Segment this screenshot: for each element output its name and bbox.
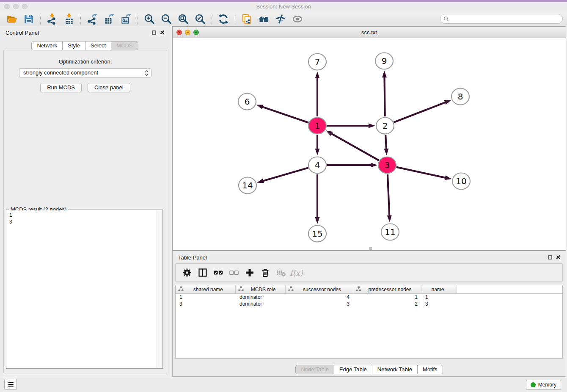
table-panel-tabs: Node TableEdge TableNetwork TableMotifs	[173, 365, 566, 374]
tab-network[interactable]: Network	[31, 41, 63, 50]
table-cell[interactable]: 4	[286, 294, 353, 301]
table-cell[interactable]: dominator	[236, 301, 286, 307]
hide-selected-button[interactable]	[272, 13, 289, 25]
graph-edge-arrowhead	[445, 175, 452, 180]
column-header-successor-nodes[interactable]: successor nodes	[286, 285, 353, 293]
show-column-panel-icon	[198, 268, 208, 278]
tab-edge-table[interactable]: Edge Table	[334, 365, 372, 374]
delete-column-icon	[260, 268, 270, 278]
table-cell[interactable]: 3	[286, 301, 353, 307]
home-button[interactable]	[255, 13, 272, 25]
import-network-icon	[47, 14, 58, 25]
task-history-button[interactable]	[4, 379, 17, 390]
zoom-in-button[interactable]	[141, 13, 158, 25]
close-panel-button[interactable]: Close panel	[88, 83, 130, 92]
network-graph: 1234678910111415	[173, 38, 566, 250]
result-scrollbar[interactable]	[157, 210, 162, 368]
select-all-columns-button[interactable]	[210, 265, 226, 280]
show-all-icon	[292, 14, 303, 25]
splitter-handle[interactable]	[369, 247, 372, 250]
float-panel-icon[interactable]	[152, 30, 156, 35]
control-panel-title: Control Panel	[6, 30, 39, 36]
export-table-icon	[104, 14, 115, 25]
table-row[interactable]: 3dominator323	[176, 301, 562, 307]
graph-edge-2-8[interactable]	[394, 102, 446, 122]
tree-icon	[238, 286, 244, 293]
graph-edge-2-3[interactable]	[385, 135, 386, 150]
duplicate-network-button[interactable]	[238, 13, 255, 25]
table-cell[interactable]: 1	[176, 294, 236, 301]
import-table-button[interactable]	[61, 13, 77, 25]
toolbar-separator	[138, 14, 138, 25]
graph-edge-3-10[interactable]	[396, 167, 446, 178]
deselect-all-columns-icon	[229, 268, 239, 278]
column-header-name[interactable]: name	[421, 285, 457, 293]
column-header-shared-name[interactable]: shared name	[176, 285, 236, 293]
criterion-dropdown[interactable]: strongly connected component	[19, 68, 151, 77]
tab-mcds[interactable]: MCDS	[111, 41, 138, 50]
toolbar-separator	[235, 14, 235, 25]
export-network-button[interactable]	[84, 13, 101, 25]
tab-style[interactable]: Style	[62, 41, 85, 50]
zoom-fit-button[interactable]	[175, 13, 192, 25]
column-header-MCDS-role[interactable]: MCDS role	[236, 285, 286, 293]
zoom-selected-button[interactable]	[192, 13, 209, 25]
network-window-titlebar[interactable]: scc.txt	[173, 27, 566, 38]
show-column-panel-button[interactable]	[195, 265, 210, 280]
table-cell[interactable]: 2	[353, 301, 421, 307]
graph-edge-1-6[interactable]	[261, 107, 308, 123]
graph-edge-arrowhead	[257, 179, 264, 183]
table-cell[interactable]: 1	[421, 294, 457, 301]
graph-edge-3-1[interactable]	[330, 133, 379, 161]
graph-node-label: 10	[456, 176, 466, 186]
memory-button[interactable]: Memory	[526, 380, 561, 390]
tab-node-table[interactable]: Node Table	[295, 365, 334, 374]
float-table-panel-icon[interactable]	[548, 255, 552, 259]
table-cell[interactable]: 3	[176, 301, 236, 307]
tab-network-table[interactable]: Network Table	[372, 365, 418, 374]
search-input[interactable]	[449, 15, 562, 23]
table-settings-button[interactable]	[179, 265, 195, 280]
export-table-button[interactable]	[101, 13, 118, 25]
delete-column-button[interactable]	[257, 265, 273, 280]
chevron-up-down-icon	[144, 70, 149, 79]
import-network-button[interactable]	[44, 13, 61, 25]
graph-edge-2-9[interactable]	[384, 76, 385, 116]
network-canvas[interactable]: 1234678910111415	[173, 38, 566, 250]
graph-node-label: 6	[245, 97, 250, 107]
tab-motifs[interactable]: Motifs	[417, 365, 443, 374]
graph-node-label: 4	[315, 160, 320, 170]
window-titlebar: Session: New Session	[0, 2, 567, 12]
export-image-button[interactable]	[118, 13, 135, 25]
graph-edge-arrowhead	[315, 149, 320, 155]
save-session-button[interactable]	[20, 13, 37, 25]
deselect-all-columns-button[interactable]	[226, 265, 242, 280]
tab-select[interactable]: Select	[85, 41, 111, 50]
save-session-icon	[23, 14, 34, 25]
refresh-icon	[218, 14, 229, 25]
show-all-button[interactable]	[289, 13, 306, 25]
zoom-out-button[interactable]	[158, 13, 175, 25]
table-cell[interactable]: dominator	[236, 294, 286, 301]
column-header-label: MCDS role	[244, 287, 285, 293]
graph-edge-3-11[interactable]	[388, 174, 389, 217]
graph-edge-4-14[interactable]	[262, 168, 308, 181]
run-mcds-button[interactable]: Run MCDS	[40, 83, 82, 92]
function-builder-button: f(x)	[289, 265, 304, 280]
refresh-button[interactable]	[215, 13, 232, 25]
add-column-button[interactable]	[242, 265, 257, 280]
column-header-predecessor-nodes[interactable]: predecessor nodes	[353, 285, 421, 293]
delete-table-icon	[276, 268, 286, 278]
mcds-result-text[interactable]: 1 3	[7, 210, 157, 368]
function-builder-icon: f(x)	[290, 268, 303, 277]
open-session-button[interactable]	[3, 13, 20, 25]
graph-edge-arrowhead	[315, 72, 320, 78]
table-row[interactable]: 1dominator411	[176, 294, 562, 301]
close-table-panel-icon[interactable]	[556, 255, 561, 259]
close-panel-icon[interactable]	[160, 30, 165, 35]
application-window: Session: New Session Control Panel Netwo…	[0, 0, 567, 392]
search-field[interactable]	[440, 14, 563, 24]
column-header-label: shared name	[184, 287, 235, 293]
table-cell[interactable]: 3	[421, 301, 457, 307]
table-cell[interactable]: 1	[353, 294, 421, 301]
